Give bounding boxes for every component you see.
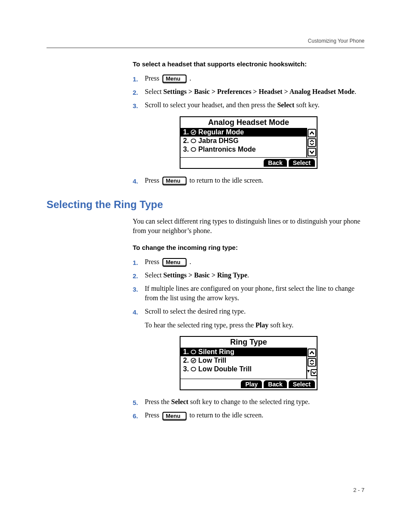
lcd-scrollbar[interactable] xyxy=(306,348,317,379)
step-number: 3. xyxy=(133,284,145,294)
menu-path: Settings > Basic > Ring Type xyxy=(163,271,247,279)
softkey-select[interactable]: Select xyxy=(289,159,315,167)
steps-ring-type: 1. Press Menu . 2. Select Settings > Bas… xyxy=(133,257,364,330)
lcd-item-label: Plantronics Mode xyxy=(198,146,304,153)
step-item: 3. Scroll to select your headset, and th… xyxy=(133,100,364,110)
lcd-item-regular-mode[interactable]: 1. Regular Mode xyxy=(181,128,306,137)
steps-ring-type-cont: 5. Press the Select soft key to change t… xyxy=(133,397,364,420)
scroll-up-icon xyxy=(308,348,316,357)
lcd-item-label: Silent Ring xyxy=(198,348,304,356)
text: soft key. xyxy=(268,321,293,329)
softkey-select[interactable]: Select xyxy=(289,380,315,388)
subheading-change-ring-type: To change the incoming ring type: xyxy=(133,244,364,251)
checked-icon xyxy=(190,358,196,364)
press-label: Press xyxy=(145,411,161,419)
heading-selecting-ring-type: Selecting the Ring Type xyxy=(47,199,364,211)
step-item: 5. Press the Select soft key to change t… xyxy=(133,397,364,407)
unchecked-icon xyxy=(190,146,196,152)
lcd-item-silent-ring[interactable]: 1. Silent Ring xyxy=(181,348,306,356)
text: Select xyxy=(145,271,163,279)
menu-path: Settings > Basic > Preferences > Headset… xyxy=(163,88,355,95)
lcd-item-low-double-trill[interactable]: 3. Low Double Trill xyxy=(181,365,306,373)
scroll-down-icon xyxy=(311,369,318,376)
text: Press the xyxy=(145,398,171,405)
lcd-item-label: Regular Mode xyxy=(198,128,304,136)
text: to return to the idle screen. xyxy=(190,177,264,184)
text: If multiple lines are configured on your… xyxy=(145,285,355,302)
text: Scroll to select your headset, and then … xyxy=(145,101,277,109)
scroll-down-icon xyxy=(308,148,316,156)
step-item: 4. Press Menu to return to the idle scre… xyxy=(133,176,364,186)
step-number: 1. xyxy=(133,74,145,84)
lcd-item-low-trill[interactable]: 2. Low Trill xyxy=(181,356,306,365)
softkey-name: Select xyxy=(171,398,188,405)
step-number: 4. xyxy=(133,307,145,317)
press-label: Press xyxy=(145,177,161,184)
softkey-back[interactable]: Back xyxy=(264,159,286,167)
punct: . xyxy=(190,75,191,82)
unchecked-icon xyxy=(190,138,196,144)
lcd-item-index: 2. xyxy=(183,357,189,364)
softkey-back[interactable]: Back xyxy=(264,380,286,388)
lcd-item-index: 3. xyxy=(183,146,189,153)
lcd-item-label: Low Trill xyxy=(198,357,304,364)
scroll-mid-icon xyxy=(308,358,316,367)
unchecked-icon xyxy=(190,366,196,372)
lcd-item-index: 1. xyxy=(183,128,189,136)
steps-hookswitch-cont: 4. Press Menu to return to the idle scre… xyxy=(133,176,364,186)
running-header: Customizing Your Phone xyxy=(47,38,364,48)
lcd-item-label: Jabra DHSG xyxy=(198,137,304,145)
punct: . xyxy=(247,271,249,279)
lcd-title: Analog Headset Mode xyxy=(181,117,317,128)
menu-hardkey[interactable]: Menu xyxy=(162,412,187,420)
more-below-arrow-icon xyxy=(307,367,310,378)
scroll-up-icon xyxy=(308,129,316,137)
text: soft key to change to the selected ring … xyxy=(188,398,310,405)
menu-hardkey[interactable]: Menu xyxy=(162,177,187,185)
lcd-ring-type: Ring Type 1. Silent Ring 2. xyxy=(180,336,318,390)
step-number: 5. xyxy=(133,397,145,407)
unchecked-icon xyxy=(190,349,196,355)
lcd-analog-headset-mode: Analog Headset Mode 1. Regular Mode 2. xyxy=(180,116,318,169)
step-number: 1. xyxy=(133,257,145,267)
press-label: Press xyxy=(145,75,161,82)
step-item: 1. Press Menu . xyxy=(133,74,364,84)
svg-point-3 xyxy=(191,350,196,354)
softkey-name: Select xyxy=(277,101,294,109)
step-item: 3. If multiple lines are configured on y… xyxy=(133,284,364,303)
svg-point-5 xyxy=(191,367,196,371)
text: Scroll to select the desired ring type. xyxy=(145,308,246,315)
text: to return to the idle screen. xyxy=(190,411,264,419)
lcd-item-label: Low Double Trill xyxy=(198,365,304,373)
text: To hear the selected ring type, press th… xyxy=(145,321,255,329)
press-label: Press xyxy=(145,258,161,265)
step-number: 4. xyxy=(133,176,145,186)
menu-hardkey[interactable]: Menu xyxy=(162,258,187,267)
step-number: 2. xyxy=(133,271,145,280)
lcd-item-index: 2. xyxy=(183,137,189,145)
lcd-item-index: 3. xyxy=(183,365,189,373)
checked-icon xyxy=(190,129,196,135)
lcd-item-index: 1. xyxy=(183,348,189,356)
lcd-item-plantronics-mode[interactable]: 3. Plantronics Mode xyxy=(181,145,306,154)
step-item: 6. Press Menu to return to the idle scre… xyxy=(133,411,364,420)
lcd-title: Ring Type xyxy=(181,337,317,348)
lcd-scrollbar[interactable] xyxy=(306,128,317,157)
lcd-item-jabra-dhsg[interactable]: 2. Jabra DHSG xyxy=(181,137,306,145)
intro-paragraph: You can select different ring types to d… xyxy=(133,217,364,236)
svg-point-2 xyxy=(191,148,196,152)
menu-hardkey[interactable]: Menu xyxy=(162,75,187,83)
softkey-play[interactable]: Play xyxy=(241,380,262,388)
svg-point-1 xyxy=(191,139,196,143)
punct: . xyxy=(355,88,356,95)
text: Select xyxy=(145,88,163,95)
step-item: 4. Scroll to select the desired ring typ… xyxy=(133,307,364,330)
text: soft key. xyxy=(294,101,319,109)
step-number: 6. xyxy=(133,411,145,420)
step-item: 2. Select Settings > Basic > Preferences… xyxy=(133,87,364,97)
step-item: 2. Select Settings > Basic > Ring Type. xyxy=(133,271,364,280)
subheading-hookswitch: To select a headset that supports electr… xyxy=(133,60,364,68)
steps-hookswitch: 1. Press Menu . 2. Select Settings > Bas… xyxy=(133,74,364,110)
punct: . xyxy=(190,258,191,265)
step-number: 2. xyxy=(133,87,145,97)
